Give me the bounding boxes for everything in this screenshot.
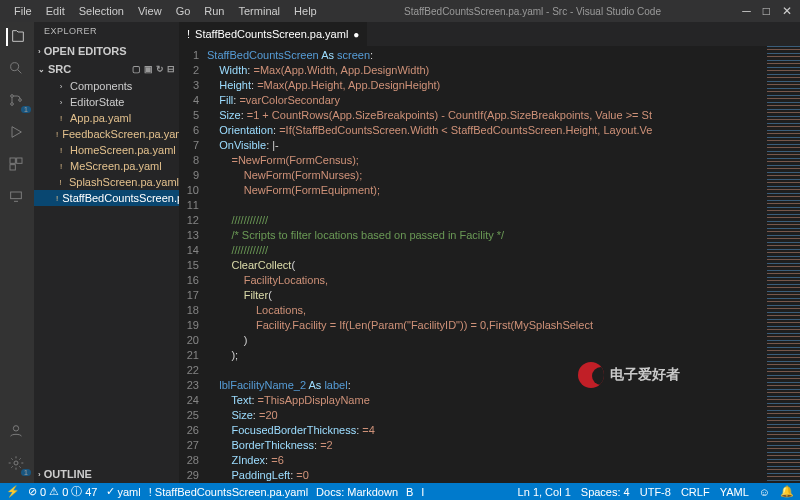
title-bar: FileEditSelectionViewGoRunTerminalHelp S… (0, 0, 800, 22)
collapse-icon[interactable]: ⊟ (167, 64, 175, 74)
status-bar: ⚡ ⊘0 ⚠0 ⓘ47 ✓ yaml ! StaffBedCountsScree… (0, 483, 800, 500)
tab-label: StaffBedCountsScreen.pa.yaml (195, 28, 348, 40)
tree-label: StaffBedCountsScreen.pa.yaml (62, 192, 179, 204)
status-feedback-icon[interactable]: ☺ (759, 485, 770, 498)
tree-label: FeedbackScreen.pa.yaml (62, 128, 179, 140)
extensions-icon[interactable] (8, 156, 26, 174)
status-lang-check[interactable]: ✓ yaml (106, 485, 141, 498)
tree-item[interactable]: !FeedbackScreen.pa.yaml (34, 126, 179, 142)
tree-item[interactable]: !App.pa.yaml (34, 110, 179, 126)
sidebar: EXPLORER ›OPEN EDITORS ⌄SRC ▢▣↻⊟ ›Compon… (34, 22, 179, 483)
tree-item[interactable]: ›Components (34, 78, 179, 94)
dirty-indicator-icon: ● (353, 29, 359, 40)
sidebar-title: EXPLORER (34, 22, 179, 42)
svg-rect-4 (10, 158, 15, 163)
close-icon[interactable]: ✕ (782, 4, 792, 18)
svg-rect-5 (17, 158, 22, 163)
tree-label: App.pa.yaml (70, 112, 131, 124)
status-i[interactable]: I (421, 486, 424, 498)
activity-bar (0, 22, 34, 483)
menu-view[interactable]: View (132, 3, 168, 19)
status-file[interactable]: ! StaffBedCountsScreen.pa.yaml (149, 486, 308, 498)
folder-icon: › (56, 82, 66, 91)
chevron-right-icon: › (38, 47, 41, 56)
file-icon: ! (56, 114, 66, 123)
watermark-text: 电子爱好者 (610, 366, 680, 384)
tab-bar: ! StaffBedCountsScreen.pa.yaml ● (179, 22, 800, 46)
tree-item[interactable]: !StaffBedCountsScreen.pa.yaml (34, 190, 179, 206)
maximize-icon[interactable]: □ (763, 4, 770, 18)
window-title: StaffBedCountsScreen.pa.yaml - Src - Vis… (323, 6, 743, 17)
status-docs[interactable]: Docs: Markdown (316, 486, 398, 498)
tree-item[interactable]: !SplashScreen.pa.yaml (34, 174, 179, 190)
minimize-icon[interactable]: ─ (742, 4, 751, 18)
source-control-icon[interactable] (8, 92, 26, 110)
run-debug-icon[interactable] (8, 124, 26, 142)
svg-point-3 (19, 99, 22, 102)
editor-group: ! StaffBedCountsScreen.pa.yaml ● 1234567… (179, 22, 800, 483)
tree-label: MeScreen.pa.yaml (70, 160, 162, 172)
outline-section[interactable]: ›OUTLINE (34, 465, 179, 483)
file-icon: ! (56, 194, 58, 203)
status-encoding[interactable]: UTF-8 (640, 485, 671, 498)
watermark-overlay: 电子爱好者 (578, 362, 680, 388)
watermark-logo-icon (578, 362, 604, 388)
status-mode[interactable]: YAML (720, 485, 749, 498)
remote-icon[interactable] (8, 188, 26, 206)
svg-point-2 (11, 103, 14, 106)
svg-point-0 (11, 63, 19, 71)
status-remote[interactable]: ⚡ (6, 485, 20, 498)
explorer-icon[interactable] (6, 28, 24, 46)
file-icon: ! (56, 162, 66, 171)
status-b[interactable]: B (406, 486, 413, 498)
menu-selection[interactable]: Selection (73, 3, 130, 19)
svg-point-8 (13, 426, 18, 431)
file-icon: ! (56, 130, 58, 139)
menu-run[interactable]: Run (198, 3, 230, 19)
new-folder-icon[interactable]: ▣ (144, 64, 153, 74)
file-icon: ! (187, 28, 190, 40)
status-position[interactable]: Ln 1, Col 1 (518, 485, 571, 498)
svg-rect-7 (11, 192, 22, 199)
tree-item[interactable]: !HomeScreen.pa.yaml (34, 142, 179, 158)
menu-edit[interactable]: Edit (40, 3, 71, 19)
file-tree: ›Components›EditorState!App.pa.yaml!Feed… (34, 78, 179, 465)
menu-file[interactable]: File (8, 3, 38, 19)
folder-section[interactable]: ⌄SRC ▢▣↻⊟ (34, 60, 179, 78)
status-spaces[interactable]: Spaces: 4 (581, 485, 630, 498)
menu-terminal[interactable]: Terminal (233, 3, 287, 19)
file-icon: ! (56, 146, 66, 155)
svg-point-9 (14, 461, 18, 465)
tree-item[interactable]: ›EditorState (34, 94, 179, 110)
status-problems[interactable]: ⊘0 ⚠0 ⓘ47 (28, 484, 98, 499)
tree-label: SplashScreen.pa.yaml (69, 176, 179, 188)
folder-icon: › (56, 98, 66, 107)
menu-bar: FileEditSelectionViewGoRunTerminalHelp (8, 3, 323, 19)
status-bell-icon[interactable]: 🔔 (780, 485, 794, 498)
line-numbers: 1234567891011121314151617181920212223242… (179, 46, 207, 483)
search-icon[interactable] (8, 60, 26, 78)
new-file-icon[interactable]: ▢ (132, 64, 141, 74)
status-eol[interactable]: CRLF (681, 485, 710, 498)
minimap[interactable] (766, 46, 800, 483)
tree-label: EditorState (70, 96, 124, 108)
account-icon[interactable] (8, 423, 26, 441)
code-content[interactable]: StaffBedCountsScreen As screen: Width: =… (207, 46, 766, 483)
tree-label: Components (70, 80, 132, 92)
tree-label: HomeScreen.pa.yaml (70, 144, 176, 156)
chevron-right-icon: › (38, 470, 41, 479)
svg-rect-6 (10, 165, 15, 170)
tree-item[interactable]: !MeScreen.pa.yaml (34, 158, 179, 174)
chevron-down-icon: ⌄ (38, 65, 45, 74)
svg-point-1 (11, 95, 14, 98)
open-editors-section[interactable]: ›OPEN EDITORS (34, 42, 179, 60)
file-icon: ! (56, 178, 65, 187)
menu-help[interactable]: Help (288, 3, 323, 19)
settings-icon[interactable] (8, 455, 26, 473)
menu-go[interactable]: Go (170, 3, 197, 19)
tab-active[interactable]: ! StaffBedCountsScreen.pa.yaml ● (179, 22, 368, 46)
refresh-icon[interactable]: ↻ (156, 64, 164, 74)
